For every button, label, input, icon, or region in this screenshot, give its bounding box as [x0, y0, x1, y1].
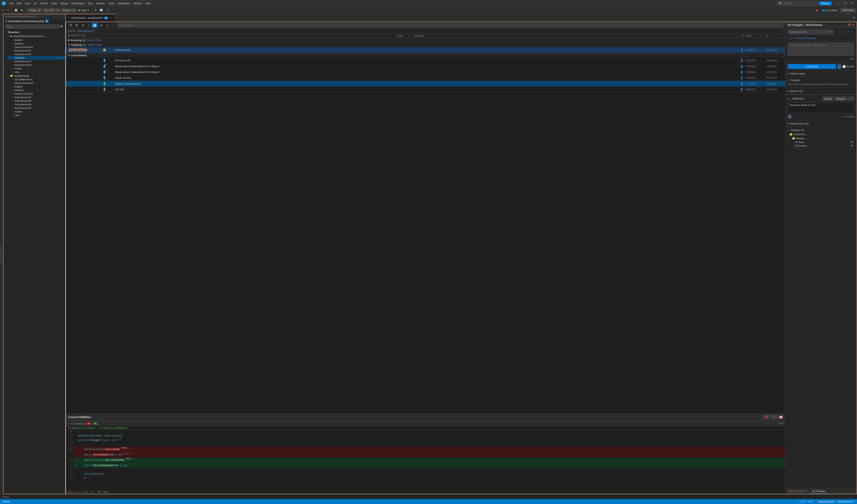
- remotes-group-header[interactable]: ▼ 📁 remotes/origin: [3, 74, 65, 78]
- changes-section-header[interactable]: ▼ Changes: [788, 78, 854, 82]
- ready-status[interactable]: Ready: [2, 500, 11, 503]
- branch-featurebranch4[interactable]: ⑂ featurebranch4: [7, 60, 65, 63]
- sync-link[interactable]: Sync: [97, 44, 102, 46]
- pull-nav-button[interactable]: ↓: [835, 30, 837, 34]
- incoming-group-header[interactable]: ▶ Incoming (0) Fetch | Pull: [66, 38, 785, 43]
- main-repo-group[interactable]: ▼ ◆ ShareXDemo (featurebranc...): [3, 34, 65, 38]
- git-more-button[interactable]: ⋯: [111, 23, 117, 28]
- menu-analyze[interactable]: Analyze: [94, 1, 106, 5]
- diff-file-from[interactable]: Resize.cs (4c2fa03d): [72, 426, 95, 429]
- menu-git[interactable]: Git: [32, 1, 38, 5]
- commit-row-1[interactable]: Merge branch 'featurebranch3' of https:/…: [66, 63, 785, 69]
- menu-help[interactable]: Help: [144, 1, 152, 5]
- menu-project[interactable]: Project: [38, 1, 50, 5]
- debug-mode-select[interactable]: Debug: [27, 8, 41, 13]
- diff-nav-down[interactable]: ↓: [71, 422, 72, 425]
- diff-settings-button[interactable]: ⚙ ▾: [779, 422, 783, 425]
- remote-featurebranch5[interactable]: ⑂ featurebranch5: [7, 106, 65, 110]
- branch-develop[interactable]: ⑂ develop: [7, 42, 65, 45]
- commit-message-input[interactable]: [788, 43, 854, 56]
- toolbar-misc-3[interactable]: ⬛: [105, 8, 111, 12]
- menu-edit[interactable]: Edit: [15, 1, 23, 5]
- sidebar-filter-input[interactable]: [5, 24, 60, 29]
- git-filter-button[interactable]: ◇: [105, 23, 110, 28]
- git-fetch-remote-button[interactable]: ⇅: [74, 23, 80, 28]
- git-compare-button[interactable]: ⇌: [98, 23, 104, 28]
- reset-button[interactable]: Reset ▾: [835, 97, 847, 101]
- branch-featurebranch2[interactable]: ⑂ featurebranch2: [7, 52, 65, 56]
- branch-feature-branch-6[interactable]: ⑂ feature-branch-6: [7, 45, 65, 49]
- file-enums[interactable]: C# Enums... M: [788, 144, 854, 148]
- more-commit-button[interactable]: ⋯: [848, 97, 854, 101]
- commit-all-dropdown-icon[interactable]: ▾: [837, 64, 841, 69]
- code-diff-view[interactable]: 36 37 [DefaultValue(0), Description(': [66, 430, 785, 490]
- redo-button[interactable]: ↪: [6, 8, 11, 12]
- push-link[interactable]: Push: [88, 44, 93, 46]
- menu-build[interactable]: Build: [50, 1, 59, 5]
- commit-all-button[interactable]: Commit All: [788, 64, 836, 69]
- view-all-commits-link[interactable]: View all commits: [797, 37, 815, 39]
- toolbar-misc-2[interactable]: 🔤: [98, 8, 104, 12]
- branch-bugfix1[interactable]: ⑂ bugfix1: [7, 38, 65, 42]
- pin-button[interactable]: 📌: [762, 415, 770, 419]
- errors-status[interactable]: ✏ 0: [807, 500, 813, 503]
- menu-debug[interactable]: Debug: [59, 1, 69, 5]
- revert-button[interactable]: Revert: [822, 97, 834, 101]
- menu-view[interactable]: View: [23, 1, 32, 5]
- save-all-button[interactable]: ⊞: [19, 8, 24, 12]
- fetch-link[interactable]: Fetch: [87, 39, 93, 41]
- branch-featurebranch3-active[interactable]: ⑂ featurebr... ↑↓ 1 / 0: [7, 56, 65, 60]
- solution-explorer-tab[interactable]: Solution Explorer: [785, 489, 809, 494]
- menu-extensions[interactable]: Extensions: [116, 1, 132, 5]
- close-button[interactable]: ✕: [848, 0, 855, 7]
- more-nav-button[interactable]: ⋯: [851, 30, 854, 34]
- live-share-button[interactable]: 👥 Live Share: [820, 8, 840, 12]
- outgoing-group-header[interactable]: ▼ Outgoing (1) Push | Sync: [66, 43, 785, 47]
- remote-feature-branch-6[interactable]: ⑂ feature-branch-6: [7, 92, 65, 96]
- minimize-button[interactable]: —: [835, 0, 842, 7]
- commit-row-4-selected[interactable]: closes #2 similar to #10 👤 5/17/2023... …: [66, 81, 785, 87]
- undo-button[interactable]: ↩: [1, 8, 5, 12]
- branch-status[interactable]: 👤 featurebranch3: [814, 500, 836, 503]
- remote-29-vs-live[interactable]: ⑂ 29-vs-live-specifi...: [7, 81, 65, 85]
- git-settings-button[interactable]: ⚙: [853, 16, 855, 19]
- sync-nav-button[interactable]: ↑: [842, 30, 845, 34]
- push-nav-button[interactable]: ↑: [839, 30, 841, 34]
- branch-misc[interactable]: ⑂ misc: [7, 70, 65, 74]
- git-refresh-button[interactable]: ↺: [68, 23, 73, 28]
- branch-featurebranch1[interactable]: ⑂ featurebranch1: [7, 49, 65, 52]
- menu-window[interactable]: Window: [132, 1, 144, 5]
- bookmark-button[interactable]: 🔖: [814, 8, 820, 12]
- stashes-section-header[interactable]: ▶ Stashes (2): [788, 89, 854, 93]
- branch-master[interactable]: ⑂ master: [7, 67, 65, 70]
- project-select[interactable]: ShareX: [60, 8, 76, 13]
- changes-more-button[interactable]: ⋯: [852, 128, 854, 132]
- remote-develop[interactable]: ⑂ develop: [7, 88, 65, 92]
- menu-tools[interactable]: Tools: [107, 1, 116, 5]
- tab-close-button[interactable]: ✕: [110, 17, 113, 19]
- branch-select-dropdown[interactable]: featurebranch3: [788, 30, 834, 34]
- toolbar-misc-1[interactable]: ⚙: [93, 8, 98, 12]
- platform-select[interactable]: Any CPU: [42, 8, 60, 13]
- local-history-group-header[interactable]: ▼ Local History: [66, 53, 785, 57]
- refresh-nav-button[interactable]: ↺: [846, 30, 849, 34]
- amend-checkbox[interactable]: [843, 65, 846, 68]
- commit-changes-header[interactable]: ▼ Changes (2) ⋯: [788, 128, 854, 132]
- info-icon[interactable]: ℹ: [853, 57, 854, 61]
- active-project-tab[interactable]: ShareX: [819, 1, 831, 5]
- remote-bugfix1[interactable]: ⑂ bugfix1: [7, 85, 65, 88]
- menu-test[interactable]: Test: [86, 1, 94, 5]
- title-search-box[interactable]: 🔍: [777, 1, 817, 5]
- git-changes-tab[interactable]: Git Changes: [809, 489, 828, 494]
- commit-row-2[interactable]: Merge branch 'featurebranch3' of https:/…: [66, 69, 785, 75]
- remote-featurebranch3[interactable]: ⑂ featurebranch3: [7, 99, 65, 103]
- file-manipu[interactable]: 📁 Manipu...: [788, 136, 854, 140]
- git-history-button[interactable]: ▦: [92, 23, 98, 28]
- pull-link[interactable]: Pull: [97, 39, 101, 41]
- start-button[interactable]: ▶ Start ▾: [77, 8, 90, 13]
- remote-featurebranch2[interactable]: ⑂ featurebranch2: [7, 96, 65, 99]
- branch-featurebranch5[interactable]: ⑂ featurebranch5: [7, 63, 65, 67]
- close-panel-button[interactable]: ✕: [852, 23, 854, 27]
- branches-section-header[interactable]: ▼ Branches: [3, 30, 65, 34]
- commit-row-5[interactable]: #15 #24 👤 7/18/2023... 9437f4f5: [66, 87, 785, 93]
